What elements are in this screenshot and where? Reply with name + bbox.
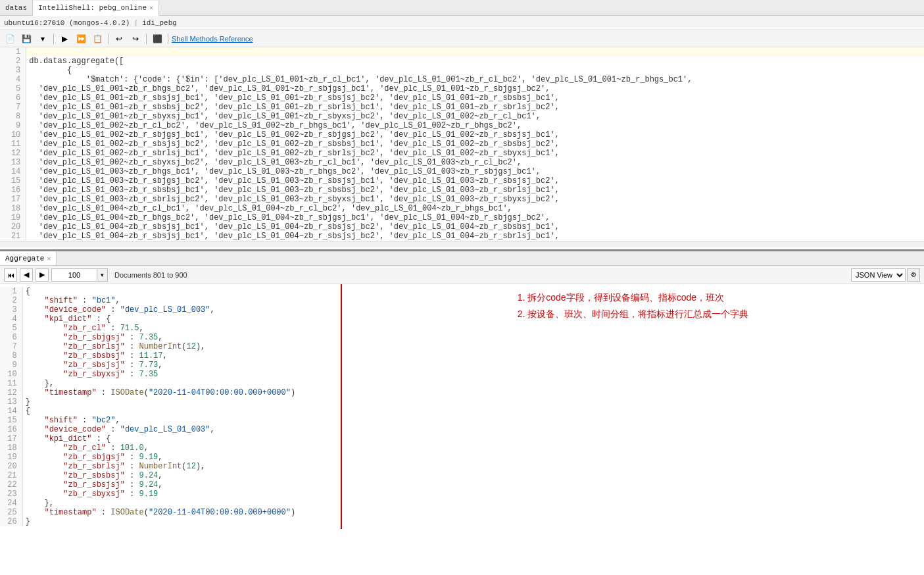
line-content: "kpi_dict" : { xyxy=(23,314,341,324)
line-content[interactable]: 'dev_plc_LS_01_002~zb_r_sbsjsj_bc2', 'de… xyxy=(26,139,924,149)
line-number: 25 xyxy=(0,508,23,517)
line-number: 16 xyxy=(0,425,23,434)
run-selected-button[interactable]: ⏩ xyxy=(74,32,88,45)
line-content[interactable]: 'dev_plc_LS_01_001~zb_r_sbyxsj_bc1', 'de… xyxy=(26,112,924,121)
line-number: 7 xyxy=(0,342,23,351)
editor-area[interactable]: 1 2 db.datas.aggregate([ 3 { 4 '$match':… xyxy=(0,47,924,251)
json-line: 10 "zb_r_sbyxsj" : 7.35 xyxy=(0,370,341,379)
line-number: 5 xyxy=(0,324,23,333)
undo-button[interactable]: ↩ xyxy=(112,32,126,45)
json-line: 12 "timestamp" : ISODate("2020-11-04T00:… xyxy=(0,388,341,397)
line-content[interactable]: 'dev_plc_LS_01_003~zb_r_sbsbsj_bc1', 'de… xyxy=(26,186,924,195)
json-line: 1 { xyxy=(0,287,341,296)
line-number: 1 xyxy=(0,47,26,57)
view-settings-button[interactable]: ⚙ xyxy=(907,268,920,282)
page-size-input[interactable] xyxy=(51,268,97,282)
view-mode-select[interactable]: JSON View Table View xyxy=(851,268,906,282)
line-content[interactable]: 'dev_plc_LS_01_002~zb_r_cl_bc2', 'dev_pl… xyxy=(26,121,924,130)
json-view-controls: JSON View Table View ⚙ xyxy=(851,268,920,282)
line-content[interactable]: 'dev_plc_LS_01_001~zb_r_sbsbsj_bc2', 'de… xyxy=(26,103,924,112)
line-content: "zb_r_sbyxsj" : 9.19 xyxy=(23,489,341,499)
line-content: "kpi_dict" : { xyxy=(23,434,341,443)
line-number: 13 xyxy=(0,158,26,167)
line-content: "device_code" : "dev_plc_LS_01_003", xyxy=(23,425,341,434)
save-button[interactable]: 💾 xyxy=(19,32,34,45)
line-content[interactable]: 'dev_plc_LS_01_003~zb_r_sbrlsj_bc2', 'de… xyxy=(26,195,924,204)
json-line: 22 "zb_r_sbsjsj" : 9.24, xyxy=(0,480,341,489)
line-number: 19 xyxy=(0,213,26,222)
line-content[interactable]: db.datas.aggregate([ xyxy=(26,57,924,66)
page-size-dropdown-button[interactable]: ▾ xyxy=(97,268,108,282)
code-line: 9 'dev_plc_LS_01_002~zb_r_cl_bc2', 'dev_… xyxy=(0,121,924,130)
line-content: { xyxy=(23,287,341,296)
annotation-text: 1. 拆分code字段，得到设备编码、指标code，班次 2. 按设备、班次、时… xyxy=(518,289,749,322)
line-content[interactable] xyxy=(26,47,924,57)
tab-intellishell[interactable]: IntelliShell: pebg_online ✕ xyxy=(33,1,159,16)
new-file-button[interactable]: 📄 xyxy=(3,32,17,45)
stop-button[interactable]: ⬛ xyxy=(150,32,164,45)
run-button[interactable]: ▶ xyxy=(57,32,72,45)
result-tab-close-icon[interactable]: ✕ xyxy=(47,255,51,262)
json-line: 17 "kpi_dict" : { xyxy=(0,434,341,443)
line-content[interactable]: 'dev_plc_LS_01_004~zb_r_sbsjsj_bc1', 'de… xyxy=(26,232,924,241)
line-content[interactable]: 'dev_plc_LS_01_001~zb_r_sbsjsj_bc1', 'de… xyxy=(26,93,924,103)
line-number: 2 xyxy=(0,57,26,66)
line-content[interactable]: 'dev_plc_LS_01_004~zb_r_cl_bc1', 'dev_pl… xyxy=(26,204,924,213)
line-number: 6 xyxy=(0,333,23,342)
line-content: "zb_r_sbsbsj" : 11.17, xyxy=(23,351,341,361)
page-size-input-wrap: ▾ xyxy=(51,268,108,282)
redo-button[interactable]: ↪ xyxy=(128,32,143,45)
line-number: 10 xyxy=(0,370,23,379)
line-content[interactable]: { xyxy=(26,66,924,75)
code-lines: 1 2 db.datas.aggregate([ 3 { 4 '$match':… xyxy=(0,47,924,241)
next-page-button[interactable]: ▶ xyxy=(36,268,49,282)
save-dropdown-button[interactable]: ▾ xyxy=(36,32,50,45)
line-number: 3 xyxy=(0,305,23,314)
horizontal-scrollbar[interactable] xyxy=(0,241,924,247)
json-result-area[interactable]: 1 { 2 "shift" : "bc1", 3 "device_code" :… xyxy=(0,284,924,575)
json-line: 3 "device_code" : "dev_plc_LS_01_003", xyxy=(0,305,341,314)
line-number: 14 xyxy=(0,167,26,176)
json-line: 21 "zb_r_sbsbsj" : 9.24, xyxy=(0,471,341,480)
first-page-button[interactable]: ⏮ xyxy=(4,268,17,282)
json-line: 5 "zb_r_cl" : 71.5, xyxy=(0,324,341,333)
json-line: 14 { xyxy=(0,407,341,416)
tab-bar: datas IntelliShell: pebg_online ✕ xyxy=(0,0,924,16)
line-number: 6 xyxy=(0,93,26,103)
pagination-info: Documents 801 to 900 xyxy=(114,271,187,279)
line-number: 8 xyxy=(0,351,23,361)
line-number: 3 xyxy=(0,66,26,75)
line-number: 17 xyxy=(0,434,23,443)
line-content[interactable]: 'dev_plc_LS_01_003~zb_r_sbjgsj_bc2', 'de… xyxy=(26,176,924,186)
code-line: 10 'dev_plc_LS_01_002~zb_r_sbjgsj_bc1', … xyxy=(0,130,924,139)
tab-close-icon[interactable]: ✕ xyxy=(149,4,153,12)
line-content[interactable]: 'dev_plc_LS_01_001~zb_r_bhgs_bc2', 'dev_… xyxy=(26,84,924,93)
line-number: 17 xyxy=(0,195,26,204)
json-line: 11 }, xyxy=(0,379,341,388)
shell-methods-reference-link[interactable]: Shell Methods Reference xyxy=(172,35,253,43)
code-line: 8 'dev_plc_LS_01_001~zb_r_sbyxsj_bc1', '… xyxy=(0,112,924,121)
result-panel: Aggregate ✕ ⏮ ◀ ▶ ▾ Documents 801 to 900… xyxy=(0,251,924,575)
line-number: 9 xyxy=(0,361,23,370)
line-content[interactable]: 'dev_plc_LS_01_004~zb_r_bhgs_bc2', 'dev_… xyxy=(26,213,924,222)
line-content[interactable]: 'dev_plc_LS_01_002~zb_r_sbjgsj_bc1', 'de… xyxy=(26,130,924,139)
code-line: 17 'dev_plc_LS_01_003~zb_r_sbrlsj_bc2', … xyxy=(0,195,924,204)
tab-datas[interactable]: datas xyxy=(0,0,33,15)
line-content[interactable]: 'dev_plc_LS_01_004~zb_r_sbsjsj_bc1', 'de… xyxy=(26,222,924,232)
line-content[interactable]: '$match': {'code': {'$in': ['dev_plc_LS_… xyxy=(26,75,924,84)
json-line: 16 "device_code" : "dev_plc_LS_01_003", xyxy=(0,425,341,434)
line-content[interactable]: 'dev_plc_LS_01_002~zb_r_sbrlsj_bc1', 'de… xyxy=(26,149,924,158)
toolbar-sep-1 xyxy=(53,34,54,44)
json-line: 9 "zb_r_sbsjsj" : 7.73, xyxy=(0,361,341,370)
database-label: idi_pebg xyxy=(142,19,177,27)
prev-page-button[interactable]: ◀ xyxy=(20,268,33,282)
line-number: 22 xyxy=(0,480,23,489)
line-content[interactable]: 'dev_plc_LS_01_002~zb_r_sbyxsj_bc2', 'de… xyxy=(26,158,924,167)
result-tab-aggregate[interactable]: Aggregate ✕ xyxy=(0,251,57,265)
toolbar: 📄 💾 ▾ ▶ ⏩ 📋 ↩ ↪ ⬛ Shell Methods Referenc… xyxy=(0,30,924,47)
line-number: 23 xyxy=(0,489,23,499)
line-content: "zb_r_sbsbsj" : 9.24, xyxy=(23,471,341,480)
history-button[interactable]: 📋 xyxy=(90,32,105,45)
line-content[interactable]: 'dev_plc_LS_01_003~zb_r_bhgs_bc1', 'dev_… xyxy=(26,167,924,176)
json-line: 19 "zb_r_sbjgsj" : 9.19, xyxy=(0,453,341,462)
